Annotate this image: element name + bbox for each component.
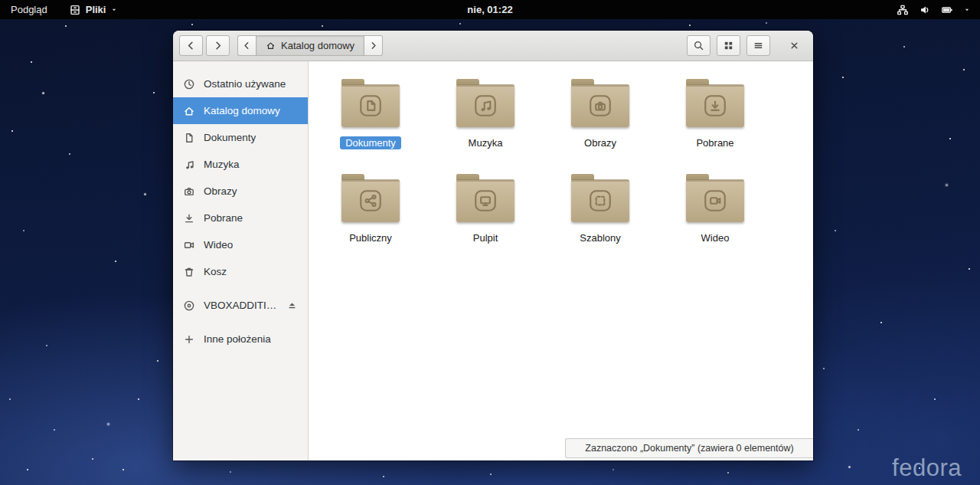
app-menu-button[interactable]: Pliki [66,0,122,19]
path-bar: Katalog domowy [237,35,383,56]
close-icon [789,40,800,51]
camera-icon [183,185,195,198]
video-icon [183,239,195,251]
download-icon [183,212,195,224]
files-app-icon [69,4,81,16]
home-icon [266,41,276,51]
folder-label: Muzyka [463,136,508,149]
back-button[interactable] [179,35,203,56]
folder-item-muzyka[interactable]: Muzyka [428,75,543,170]
top-bar: Podgląd Pliki nie, 01:22 [0,0,980,19]
home-icon [183,105,195,117]
grid-view-icon [723,40,734,51]
documents-emblem-icon [358,93,384,119]
plus-icon [183,333,195,346]
camera-emblem-icon [587,93,613,119]
folder-icon [686,84,744,127]
folder-icon [456,179,514,222]
sidebar-item-videos[interactable]: Wideo [173,231,308,258]
templates-emblem-icon [587,188,613,214]
hamburger-menu-icon [753,40,764,51]
trash-icon [183,266,195,278]
music-note-icon [183,159,195,171]
share-emblem-icon [358,188,384,214]
fedora-logo: fedora [892,454,962,482]
desktop: fedora Podgląd Pliki nie, 01:22 [0,0,980,485]
folder-icon [571,84,629,127]
chevron-left-icon [185,40,197,51]
download-emblem-icon [702,93,728,119]
network-icon[interactable] [897,4,909,16]
folder-label: Szablony [574,231,626,244]
file-view: Dokumenty Muzyka Obrazy [309,61,813,460]
folder-item-obrazy[interactable]: Obrazy [543,75,658,170]
folder-icon [341,179,400,222]
folder-item-publiczny[interactable]: Publiczny [313,170,428,265]
folder-icon [456,84,514,127]
caret-down-icon [110,6,118,14]
selection-status-bar: Zaznaczono „Dokumenty” (zawiera 0 elemen… [565,438,813,458]
chevron-right-icon [368,41,378,51]
eject-icon[interactable] [286,300,298,311]
sidebar-item-documents[interactable]: Dokumenty [173,124,308,151]
icon-grid: Dokumenty Muzyka Obrazy [309,61,813,265]
folder-icon [341,84,400,127]
folder-label: Pobrane [691,136,739,149]
folder-label: Pulpit [468,231,504,244]
path-scroll-right-button[interactable] [364,35,383,56]
folder-label: Dokumenty [340,136,401,149]
header-bar: Katalog domowy [173,31,813,61]
path-scroll-left-button[interactable] [237,35,256,56]
path-segment-label: Katalog domowy [281,40,354,51]
header-actions [681,35,807,56]
battery-icon[interactable] [941,4,953,16]
folder-item-pobrane[interactable]: Pobrane [658,75,773,170]
folder-icon [686,179,744,222]
activities-label: Podgląd [11,4,47,15]
optical-disc-icon [183,300,195,312]
sidebar: Ostatnio używane Katalog domowy Dokument… [173,61,309,460]
search-button[interactable] [687,35,710,56]
caret-down-icon[interactable] [963,6,971,14]
music-emblem-icon [472,93,498,119]
sidebar-item-trash[interactable]: Kosz [173,258,308,285]
clock-icon [183,78,195,90]
volume-icon[interactable] [919,4,931,16]
video-emblem-icon [702,188,728,214]
sidebar-item-pictures[interactable]: Obrazy [173,178,308,205]
forward-button[interactable] [206,35,230,56]
folder-item-dokumenty[interactable]: Dokumenty [313,75,428,170]
sidebar-item-recent[interactable]: Ostatnio używane [173,70,308,97]
clock-button[interactable]: nie, 01:22 [467,4,512,15]
folder-item-wideo[interactable]: Wideo [658,170,773,265]
chevron-right-icon [212,40,224,51]
folder-label: Publiczny [344,231,397,244]
folder-icon [571,179,629,222]
files-window: Katalog domowy [173,31,813,460]
sidebar-item-music[interactable]: Muzyka [173,151,308,178]
folder-item-szablony[interactable]: Szablony [543,170,658,265]
folder-label: Wideo [696,231,735,244]
chevron-left-icon [242,41,252,51]
desktop-emblem-icon [472,188,498,214]
search-icon [693,40,704,51]
document-icon [183,132,195,144]
sidebar-item-home[interactable]: Katalog domowy [173,97,308,124]
view-grid-button[interactable] [717,35,740,56]
menu-button[interactable] [746,35,770,56]
close-button[interactable] [784,36,804,56]
sidebar-item-vbox-volume[interactable]: VBOXADDITI… [173,292,308,319]
app-menu-label: Pliki [86,4,106,15]
sidebar-item-downloads[interactable]: Pobrane [173,205,308,231]
path-segment-home[interactable]: Katalog domowy [256,35,364,56]
folder-item-pulpit[interactable]: Pulpit [428,170,543,265]
activities-button[interactable]: Podgląd [8,0,51,19]
sidebar-item-other-locations[interactable]: Inne położenia [173,326,308,352]
system-status-area[interactable] [897,4,980,16]
folder-label: Obrazy [579,136,622,149]
